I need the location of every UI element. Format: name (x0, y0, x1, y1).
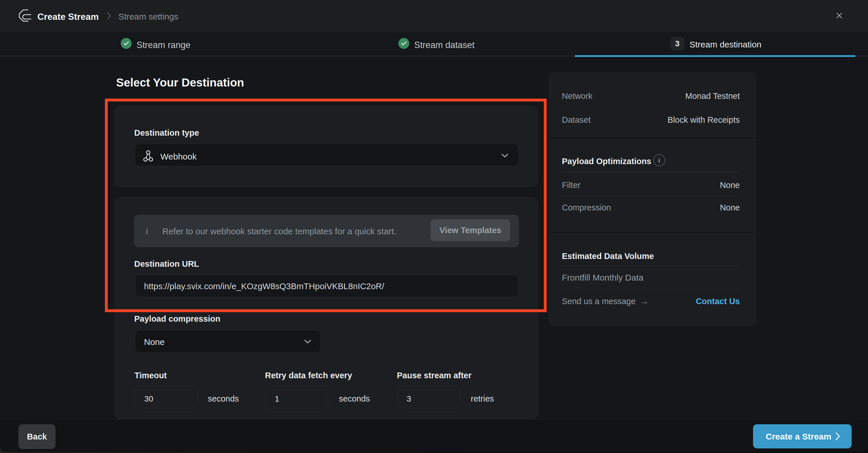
svg-text:i: i (658, 157, 660, 164)
